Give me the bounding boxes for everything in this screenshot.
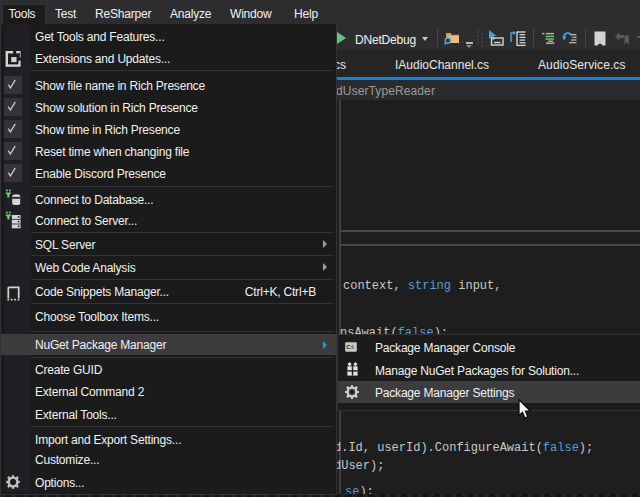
svg-text:C:\: C:\ — [346, 344, 354, 350]
